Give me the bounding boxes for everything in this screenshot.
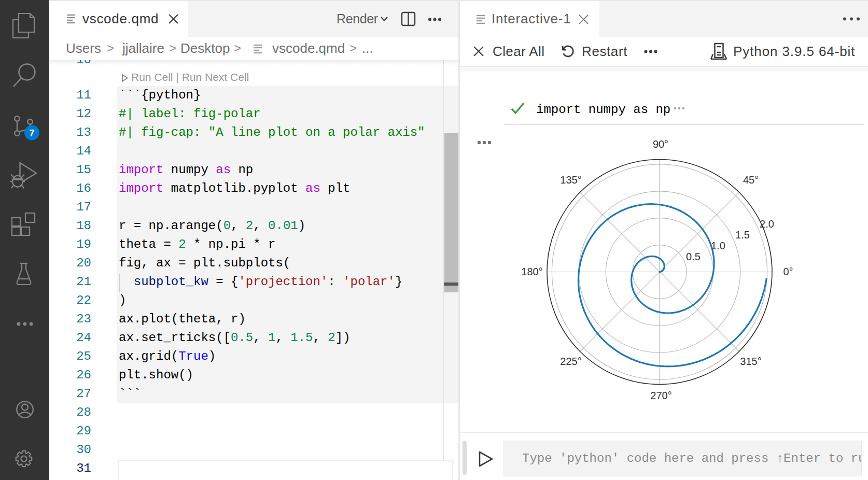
- svg-text:180°: 180°: [521, 266, 542, 277]
- svg-text:7: 7: [29, 128, 35, 138]
- svg-text:2.0: 2.0: [760, 218, 774, 230]
- svg-text:225°: 225°: [560, 356, 581, 367]
- svg-text:1.0: 1.0: [711, 240, 725, 251]
- svg-text:0.5: 0.5: [686, 251, 701, 262]
- svg-text:90°: 90°: [653, 138, 668, 150]
- svg-text:1.5: 1.5: [735, 229, 750, 241]
- svg-text:315°: 315°: [740, 356, 761, 367]
- svg-text:270°: 270°: [650, 390, 671, 401]
- svg-text:135°: 135°: [560, 174, 581, 186]
- svg-text:45°: 45°: [743, 174, 759, 186]
- svg-text:0°: 0°: [783, 266, 793, 277]
